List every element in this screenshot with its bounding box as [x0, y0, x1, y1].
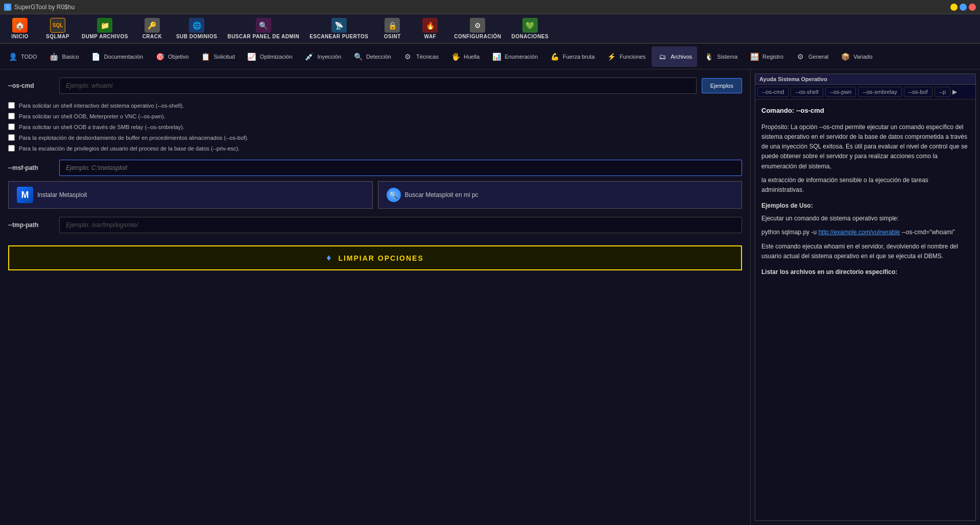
- optimizacion-icon: 📈: [246, 51, 257, 62]
- checkbox-priv-esc[interactable]: [8, 145, 15, 152]
- tab-registro-label: Registro: [762, 54, 783, 60]
- nav-subdominios[interactable]: 🌐 SUB DOMINIOS: [172, 16, 221, 41]
- checkbox-os-bof[interactable]: [8, 134, 15, 141]
- tab-general[interactable]: ⚙ General: [790, 46, 833, 67]
- nav-inicio[interactable]: 🏠 INICIO: [2, 16, 38, 41]
- tab-tecnicas[interactable]: ⚙ Técnicas: [397, 46, 444, 67]
- search-icon: 🔍: [387, 188, 401, 202]
- nav-subdominios-label: SUB DOMINIOS: [176, 34, 217, 39]
- tab-solicitud[interactable]: 📋 Solicitud: [195, 46, 240, 67]
- nav-escanear-label: ESCANEAR PUERTOS: [309, 34, 368, 39]
- objetivo-icon: 🎯: [154, 51, 165, 62]
- tab-optimizacion[interactable]: 📈 Optimización: [241, 46, 298, 67]
- nav-configuracion-label: CONFIGURACIÓN: [454, 34, 501, 39]
- search-metasploit-button[interactable]: 🔍 Buscar Metasploit en mi pc: [378, 181, 743, 209]
- tab-solicitud-label: Solicitud: [213, 54, 235, 60]
- checkbox-os-smbrelay[interactable]: [8, 123, 15, 130]
- sqlmap-icon: SQL: [50, 18, 65, 33]
- nav-buscar-label: BUSCAR PANEL DE ADMIN: [227, 34, 299, 39]
- tab-documentacion[interactable]: 📄 Documentación: [85, 46, 148, 67]
- fuerzabruta-icon: 💪: [549, 51, 560, 62]
- inyeccion-icon: 💉: [304, 51, 315, 62]
- tab-deteccion[interactable]: 🔍 Detección: [347, 46, 396, 67]
- tab-fuerzabruta-label: Fuerza bruta: [563, 54, 594, 60]
- title-bar-left: S SuperGTool by R0$hu: [4, 4, 75, 11]
- checkbox-os-pwn[interactable]: [8, 113, 15, 119]
- tab-inyeccion[interactable]: 💉 Inyección: [299, 46, 346, 67]
- os-cmd-label: --os-cmd: [8, 82, 54, 89]
- subdominios-icon: 🌐: [189, 18, 204, 33]
- tab-huella[interactable]: 🖐 Huella: [445, 46, 485, 67]
- nav-escanear[interactable]: 📡 ESCANEAR PUERTOS: [305, 16, 372, 41]
- help-tab-os-bof[interactable]: --os-bof: [904, 87, 933, 97]
- msf-path-input[interactable]: [59, 160, 742, 176]
- help-purpose: Propósito: La opción --os-cmd permite ej…: [761, 122, 969, 171]
- tab-inyeccion-label: Inyección: [318, 54, 341, 60]
- nav-inicio-label: INICIO: [11, 34, 29, 39]
- minimize-button[interactable]: [950, 4, 958, 11]
- checkbox-os-pwn-label: Para solicitar un shell OOB, Meterpreter…: [19, 113, 165, 119]
- tab-basico-label: Basico: [62, 54, 79, 60]
- tab-variado[interactable]: 📦 Variado: [834, 46, 877, 67]
- help-tab-os-smbrelay[interactable]: --os-smbrelay: [858, 87, 901, 97]
- tab-sistema[interactable]: 🐧 Sistema: [698, 46, 743, 67]
- ejemplos-button[interactable]: Ejemplos: [702, 78, 742, 93]
- todo-icon: 👤: [7, 51, 18, 62]
- tab-huella-label: Huella: [464, 54, 480, 60]
- msf-section: --msf-path M Instalar Metasploit 🔍 Busca…: [8, 160, 742, 209]
- nav-osint-label: OSINT: [384, 34, 401, 39]
- checkbox-os-smbrelay-label: Para solicitar un shell OOB a través de …: [19, 124, 184, 130]
- nav-dump[interactable]: 📁 DUMP ARCHIVOS: [78, 16, 132, 41]
- tmp-path-input[interactable]: [59, 217, 742, 233]
- basico-icon: 🤖: [49, 51, 60, 62]
- checkbox-os-shell[interactable]: [8, 102, 15, 109]
- help-examples-title: Ejemplos de Uso:: [761, 201, 969, 211]
- help-tab-os-cmd[interactable]: --os-cmd: [757, 87, 788, 97]
- nav-sqlmap[interactable]: SQL SQLMAP: [40, 16, 76, 41]
- install-metasploit-button[interactable]: M Instalar Metasploit: [8, 181, 373, 209]
- help-tab-os-shell[interactable]: --os-shell: [791, 87, 823, 97]
- registro-icon: 🪟: [749, 51, 760, 62]
- help-tab-p[interactable]: --p: [935, 87, 950, 97]
- nav-donaciones[interactable]: 💚 DONACIONES: [507, 16, 553, 41]
- nav-configuracion[interactable]: ⚙ CONFIGURACIÓN: [450, 16, 505, 41]
- checkbox-priv-esc-label: Para la escalación de privilegios del us…: [19, 145, 240, 152]
- checkboxes-section: Para solicitar un shell interactivo del …: [8, 102, 742, 152]
- tab-objetivo[interactable]: 🎯 Objetivo: [149, 46, 194, 67]
- nav-waf-label: WAF: [424, 34, 437, 39]
- tab-registro[interactable]: 🪟 Registro: [744, 46, 788, 67]
- escanear-icon: 📡: [331, 18, 347, 33]
- tab-objetivo-label: Objetivo: [168, 54, 188, 60]
- maximize-button[interactable]: [960, 4, 967, 11]
- osint-icon: 🔒: [385, 18, 400, 33]
- os-cmd-input[interactable]: [59, 78, 697, 94]
- close-button[interactable]: [969, 4, 976, 11]
- tmp-section: --tmp-path: [8, 217, 742, 233]
- donaciones-icon: 💚: [522, 18, 538, 33]
- nav-donaciones-label: DONACIONES: [511, 34, 548, 39]
- help-tab-os-pwn[interactable]: --os-pwn: [825, 87, 856, 97]
- documentacion-icon: 📄: [90, 51, 102, 62]
- tab-funciones[interactable]: ⚡ Funciones: [601, 46, 651, 67]
- nav-crack-label: CRACK: [142, 34, 162, 39]
- diamond-icon: ♦: [326, 253, 332, 263]
- tab-basico[interactable]: 🤖 Basico: [43, 46, 84, 67]
- help-content: Comando: --os-cmd Propósito: La opción -…: [755, 99, 975, 520]
- crack-icon: 🔑: [145, 18, 160, 33]
- checkbox-os-shell-row: Para solicitar un shell interactivo del …: [8, 102, 742, 109]
- main-content: --os-cmd Ejemplos Para solicitar un shel…: [0, 69, 980, 525]
- install-label: Instalar Metasploit: [37, 191, 87, 198]
- tecnicas-icon: ⚙: [402, 51, 414, 62]
- nav-osint[interactable]: 🔒 OSINT: [374, 16, 410, 41]
- tab-enumeracion[interactable]: 📊 Enumeración: [486, 46, 543, 67]
- tab-fuerzabruta[interactable]: 💪 Fuerza bruta: [544, 46, 600, 67]
- sistema-icon: 🐧: [703, 51, 714, 62]
- nav-buscar[interactable]: 🔍 BUSCAR PANEL DE ADMIN: [223, 16, 303, 41]
- clear-button[interactable]: ♦ LIMPIAR OPCIONES: [8, 245, 742, 270]
- tab-todo-label: TODO: [21, 54, 37, 60]
- help-panel: Ayuda Sistema Operativo --os-cmd --os-sh…: [755, 73, 976, 521]
- nav-waf[interactable]: 🔥 WAF: [412, 16, 448, 41]
- nav-crack[interactable]: 🔑 CRACK: [134, 16, 170, 41]
- tab-todo[interactable]: 👤 TODO: [2, 46, 42, 67]
- tab-archivos[interactable]: 🗂 Archivos: [652, 46, 697, 67]
